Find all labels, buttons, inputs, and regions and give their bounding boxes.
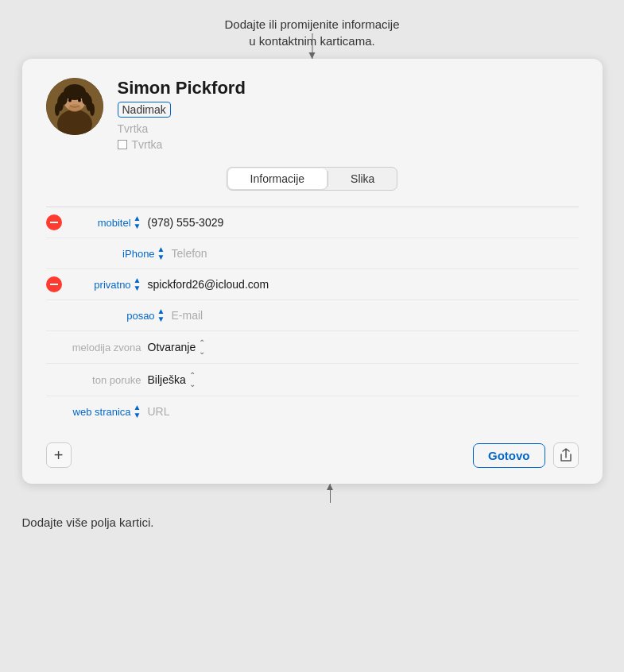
- done-button[interactable]: Gotovo: [473, 443, 545, 468]
- email-1-value[interactable]: spickford26@icloud.com: [148, 278, 579, 291]
- ringtone-label: melodija zvona: [70, 342, 141, 353]
- nickname-field[interactable]: Nadimak: [118, 102, 171, 118]
- email-row-2: posao ▲▼ E-mail: [46, 300, 579, 331]
- share-button[interactable]: [553, 442, 579, 468]
- contact-name: Simon Pickford: [118, 78, 579, 98]
- remove-phone-1-button[interactable]: [46, 214, 62, 230]
- message-tone-label: ton poruke: [70, 374, 141, 386]
- top-arrow: [312, 33, 312, 59]
- ringtone-arrow: ⌃⌄: [199, 338, 205, 356]
- right-buttons: Gotovo: [473, 442, 579, 468]
- svg-point-10: [68, 98, 72, 102]
- phone-row-2: iPhone ▲▼ Telefon: [46, 238, 579, 269]
- phone-row-1: mobitel ▲▼ (978) 555-3029: [46, 207, 579, 238]
- email-1-stepper[interactable]: ▲▼: [134, 276, 141, 292]
- remove-email-1-button[interactable]: [46, 276, 62, 292]
- email-2-placeholder[interactable]: E-mail: [172, 309, 579, 322]
- email-row-1: privatno ▲▼ spickford26@icloud.com: [46, 269, 579, 300]
- message-tone-value[interactable]: Bilješka ⌃⌄: [148, 371, 196, 388]
- svg-point-8: [55, 103, 60, 116]
- phone-2-stepper[interactable]: ▲▼: [157, 245, 165, 261]
- svg-point-9: [90, 103, 95, 116]
- ringtone-value[interactable]: Otvaranje ⌃⌄: [148, 338, 206, 356]
- company-row: Tvrtka: [118, 138, 579, 151]
- tabs-container: Informacije Slika: [46, 167, 579, 191]
- phone-2-placeholder[interactable]: Telefon: [172, 247, 579, 260]
- contact-card: Simon Pickford Nadimak Tvrtka Tvrtka Inf…: [22, 59, 603, 484]
- email-1-type[interactable]: privatno ▲▼: [70, 276, 141, 292]
- phone-2-type[interactable]: iPhone ▲▼: [94, 245, 165, 261]
- avatar: [46, 78, 103, 135]
- company-checkbox[interactable]: [118, 140, 127, 149]
- phone-1-value[interactable]: (978) 555-3029: [148, 216, 579, 229]
- website-placeholder[interactable]: URL: [148, 405, 579, 418]
- share-icon: [560, 448, 572, 462]
- company-checkbox-label: Tvrtka: [132, 138, 163, 151]
- website-stepper[interactable]: ▲▼: [134, 404, 141, 419]
- website-type[interactable]: web stranica ▲▼: [70, 404, 141, 419]
- message-tone-arrow: ⌃⌄: [189, 371, 196, 388]
- contact-header: Simon Pickford Nadimak Tvrtka Tvrtka: [46, 78, 579, 151]
- add-field-button[interactable]: +: [46, 442, 72, 468]
- phone-1-type[interactable]: mobitel ▲▼: [70, 214, 141, 230]
- phone-1-stepper[interactable]: ▲▼: [134, 214, 141, 230]
- website-row: web stranica ▲▼ URL: [46, 396, 579, 427]
- company-label-top: Tvrtka: [118, 122, 579, 135]
- contact-info: Simon Pickford Nadimak Tvrtka Tvrtka: [118, 78, 579, 151]
- email-2-type[interactable]: posao ▲▼: [94, 307, 165, 323]
- ringtone-row: melodija zvona Otvaranje ⌃⌄: [46, 331, 579, 364]
- tab-picture[interactable]: Slika: [328, 168, 397, 190]
- svg-point-12: [68, 104, 81, 112]
- email-2-stepper[interactable]: ▲▼: [157, 307, 165, 323]
- fields-section: mobitel ▲▼ (978) 555-3029 iPhone ▲▼ Tele…: [46, 207, 579, 427]
- bottom-toolbar: + Gotovo: [46, 439, 579, 468]
- tab-info[interactable]: Informacije: [228, 168, 327, 189]
- tabs: Informacije Slika: [227, 167, 398, 191]
- tooltip-bottom: Dodajte više polja kartici.: [22, 516, 603, 529]
- bottom-arrow: [330, 484, 331, 503]
- svg-point-11: [78, 98, 81, 102]
- message-tone-row: ton poruke Bilješka ⌃⌄: [46, 364, 579, 396]
